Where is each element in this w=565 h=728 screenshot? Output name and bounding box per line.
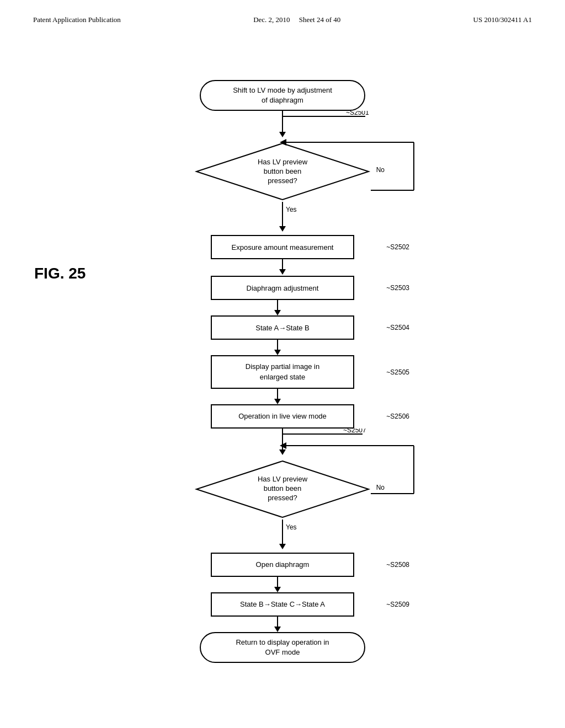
figure-label: FIG. 25 [34, 265, 86, 282]
svg-text:Yes: Yes [286, 523, 297, 531]
header-publication: Patent Application Publication [33, 15, 121, 24]
arrow-s2505-s2506 [277, 389, 288, 404]
s2503-row: Diaphragm adjustment ~S2503 [150, 276, 415, 300]
s2501-loop-svg: ~S2501 [150, 111, 415, 141]
svg-marker-26 [274, 587, 281, 592]
s2508-box: Open diaphragm [211, 553, 354, 577]
s2503-label: Diaphragm adjustment [247, 284, 319, 292]
s2502-id: ~S2502 [386, 243, 409, 251]
arrow-s2503-s2504 [277, 300, 288, 315]
s2507-diamond: Has LV preview button been pressed? [194, 459, 371, 520]
svg-marker-28 [274, 627, 281, 632]
s2502-box: Exposure amount measurement [211, 235, 354, 259]
s2507-no-label: No [376, 484, 385, 491]
svg-marker-6 [279, 226, 286, 232]
s2508-row: Open diaphragm ~S2508 [150, 553, 415, 577]
s2507-row: Has LV preview button been pressed? No [150, 459, 415, 520]
arrow-s2502-s2503 [282, 259, 283, 260]
svg-text:~S2507: ~S2507 [343, 429, 366, 434]
s2503-box: Diaphragm adjustment [211, 276, 354, 300]
start-label: Shift to LV mode by adjustment of diaphr… [233, 85, 332, 105]
s2509-box: State B→State C→State A [211, 592, 354, 617]
header-patent-number: US 2010/302411 A1 [473, 15, 532, 24]
s2506-id: ~S2506 [386, 413, 409, 420]
arrow-svg-3 [272, 340, 283, 356]
s2505-box: Display partial image in enlarged state [211, 355, 354, 388]
loop-s2507-area: ~S2507 [150, 429, 415, 459]
s2501-arrows: Yes [150, 202, 415, 235]
arrow-svg-5 [272, 577, 283, 593]
svg-marker-14 [274, 350, 281, 355]
s2507-loop-svg: ~S2507 [150, 429, 415, 459]
arrow-svg-1 [277, 259, 288, 276]
svg-marker-1 [279, 132, 286, 137]
svg-marker-12 [274, 310, 281, 315]
s2504-box: State A→State B [211, 315, 354, 340]
s2505-id: ~S2505 [386, 368, 409, 376]
s2501-label: Has LV preview button been pressed? [227, 158, 338, 186]
s2509-id: ~S2509 [386, 601, 409, 608]
s2507-label: Has LV preview button been pressed? [227, 475, 338, 503]
end-node: Return to display operation in OVF mode [200, 632, 365, 663]
svg-marker-16 [274, 399, 281, 404]
svg-text:Yes: Yes [286, 206, 297, 213]
s2507-yes-arrow: Yes [150, 520, 415, 553]
s2508-id: ~S2508 [386, 561, 409, 569]
s2506-label: Operation in live view mode [238, 412, 327, 420]
s2501-row: Has LV preview button been pressed? No [150, 141, 415, 202]
s2504-id: ~S2504 [386, 324, 409, 331]
s2505-row: Display partial image in enlarged state … [150, 355, 415, 388]
header-date-sheet: Dec. 2, 2010 Sheet 24 of 40 [253, 15, 340, 24]
page-header: Patent Application Publication Dec. 2, 2… [0, 0, 565, 24]
s2501-arrows-svg: Yes [150, 202, 415, 235]
s2506-row: Operation in live view mode ~S2506 [150, 404, 415, 429]
svg-marker-10 [279, 269, 286, 275]
s2509-row: State B→State C→State A ~S2509 [150, 592, 415, 617]
s2505-label: Display partial image in enlarged state [246, 362, 319, 382]
svg-marker-18 [279, 449, 286, 455]
flowchart: Shift to LV mode by adjustment of diaphr… [150, 80, 415, 663]
loop-s2501-area: ~S2501 [150, 111, 415, 141]
arrow-svg-6 [272, 617, 283, 633]
s2504-row: State A→State B ~S2504 [150, 315, 415, 340]
arrow-svg-4 [272, 389, 283, 405]
arrow-svg-2 [272, 300, 283, 317]
page: Patent Application Publication Dec. 2, 2… [0, 0, 565, 728]
end-label: Return to display operation in OVF mode [236, 638, 329, 657]
s2502-row: Exposure amount measurement ~S2502 [150, 235, 415, 259]
s2503-id: ~S2503 [386, 284, 409, 292]
s2508-label: Open diaphragm [256, 560, 310, 569]
header-date: Dec. 2, 2010 [253, 15, 290, 24]
s2507-yes-svg: Yes [150, 520, 415, 553]
arrow-s2508-s2509 [277, 577, 288, 592]
s2509-label: State B→State C→State A [240, 600, 325, 608]
s2504-label: State A→State B [255, 324, 310, 332]
arrow-s2509-end [277, 617, 288, 632]
s2506-box: Operation in live view mode [211, 404, 354, 429]
start-node: Shift to LV mode by adjustment of diaphr… [200, 80, 365, 111]
s2501-no-label: No [376, 166, 385, 174]
svg-text:~S2501: ~S2501 [346, 111, 369, 116]
header-sheet: Sheet 24 of 40 [299, 15, 340, 24]
s2501-diamond: Has LV preview button been pressed? [194, 141, 371, 202]
svg-marker-23 [279, 544, 286, 549]
arrow-s2504-s2505 [277, 340, 288, 355]
s2502-label: Exposure amount measurement [232, 243, 334, 251]
